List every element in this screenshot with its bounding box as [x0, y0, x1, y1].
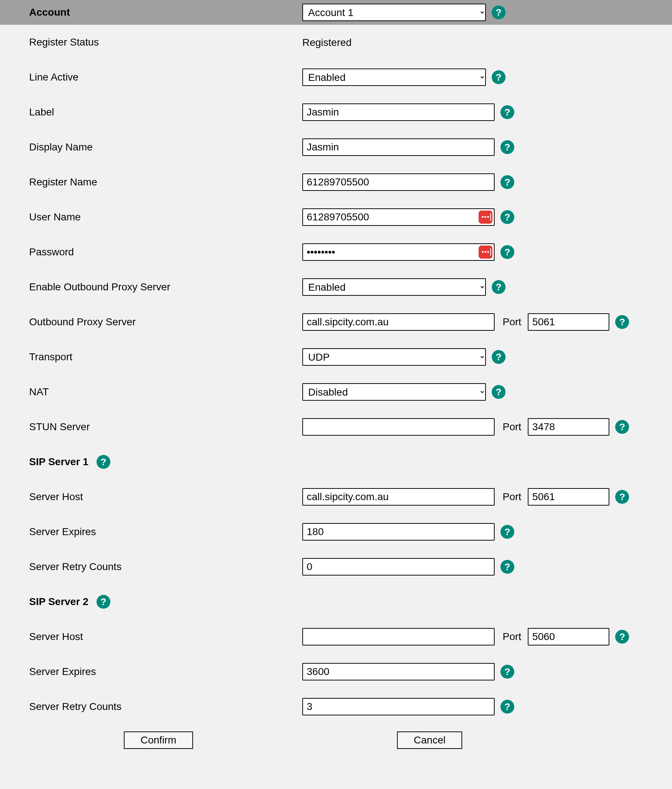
outbound-proxy-input[interactable] — [302, 313, 495, 331]
sip-server-1-section: SIP Server 1 — [0, 444, 672, 479]
display-name-input[interactable] — [302, 139, 495, 156]
display-name-row: Display Name — [0, 130, 672, 165]
sip2-port-input[interactable] — [528, 628, 609, 645]
transport-row: Transport UDP — [0, 340, 672, 374]
help-icon[interactable] — [500, 245, 514, 259]
sip-server-2-section: SIP Server 2 — [0, 584, 672, 619]
stun-port-label: Port — [503, 421, 521, 433]
user-name-row: User Name — [0, 200, 672, 235]
help-icon[interactable] — [615, 420, 629, 434]
help-icon[interactable] — [500, 105, 514, 119]
enable-outbound-proxy-label: Enable Outbound Proxy Server — [0, 281, 302, 293]
label-row: Label — [0, 95, 672, 130]
user-name-label: User Name — [0, 211, 302, 223]
register-status-row: Register Status Registered — [0, 25, 672, 60]
stun-row: STUN Server Port — [0, 409, 672, 444]
user-name-input[interactable] — [302, 208, 495, 226]
cancel-button[interactable]: Cancel — [397, 732, 462, 749]
label-input[interactable] — [302, 104, 495, 121]
help-icon[interactable] — [492, 70, 506, 84]
display-name-label: Display Name — [0, 141, 302, 153]
sip1-port-label: Port — [503, 491, 521, 503]
help-icon[interactable] — [97, 455, 110, 469]
outbound-proxy-label: Outbound Proxy Server — [0, 316, 302, 328]
outbound-proxy-row: Outbound Proxy Server Port — [0, 305, 672, 340]
transport-label: Transport — [0, 351, 302, 363]
help-icon[interactable] — [500, 175, 514, 189]
sip1-expires-row: Server Expires — [0, 514, 672, 549]
sip1-retry-input[interactable] — [302, 558, 495, 575]
help-icon[interactable] — [492, 5, 506, 19]
password-input[interactable] — [302, 243, 495, 261]
transport-select[interactable]: UDP — [302, 348, 486, 366]
register-name-input[interactable] — [302, 173, 495, 191]
stun-label: STUN Server — [0, 421, 302, 433]
buttons-row: Confirm Cancel — [0, 732, 672, 749]
sip1-host-input[interactable] — [302, 488, 495, 506]
sip2-host-input[interactable] — [302, 628, 495, 645]
register-status-value: Registered — [302, 36, 351, 48]
sip2-host-label: Server Host — [0, 631, 302, 642]
register-name-label: Register Name — [0, 176, 302, 188]
help-icon[interactable] — [97, 595, 110, 609]
help-icon[interactable] — [500, 525, 514, 539]
nat-row: NAT Disabled — [0, 374, 672, 409]
password-manager-icon[interactable] — [479, 246, 492, 259]
enable-outbound-proxy-row: Enable Outbound Proxy Server Enabled — [0, 270, 672, 305]
sip-server-1-title: SIP Server 1 — [29, 456, 88, 468]
label-label: Label — [0, 106, 302, 118]
help-icon[interactable] — [500, 140, 514, 154]
help-icon[interactable] — [492, 385, 506, 399]
sip2-host-row: Server Host Port — [0, 619, 672, 654]
help-icon[interactable] — [492, 350, 506, 364]
nat-label: NAT — [0, 386, 302, 398]
stun-input[interactable] — [302, 418, 495, 436]
sip1-port-input[interactable] — [528, 488, 609, 506]
stun-port-input[interactable] — [528, 418, 609, 436]
sip2-expires-row: Server Expires — [0, 654, 672, 689]
password-manager-icon[interactable] — [479, 211, 492, 224]
sip2-retry-label: Server Retry Counts — [0, 701, 302, 712]
sip2-expires-input[interactable] — [302, 663, 495, 680]
confirm-button[interactable]: Confirm — [124, 732, 193, 749]
register-name-row: Register Name — [0, 165, 672, 200]
help-icon[interactable] — [500, 700, 514, 714]
sip1-expires-input[interactable] — [302, 523, 495, 541]
sip2-expires-label: Server Expires — [0, 666, 302, 677]
account-header-row: Account Account 1 — [0, 0, 672, 25]
sip1-retry-row: Server Retry Counts — [0, 549, 672, 584]
password-row: Password — [0, 235, 672, 270]
help-icon[interactable] — [500, 560, 514, 574]
outbound-proxy-port-label: Port — [503, 316, 521, 328]
sip2-retry-row: Server Retry Counts — [0, 689, 672, 724]
sip1-retry-label: Server Retry Counts — [0, 561, 302, 573]
account-select[interactable]: Account 1 — [302, 4, 486, 21]
register-status-label: Register Status — [0, 37, 302, 48]
sip1-expires-label: Server Expires — [0, 526, 302, 538]
help-icon[interactable] — [615, 315, 629, 329]
help-icon[interactable] — [615, 490, 629, 504]
help-icon[interactable] — [500, 210, 514, 224]
line-active-select[interactable]: Enabled — [302, 69, 486, 86]
help-icon[interactable] — [500, 665, 514, 679]
line-active-label: Line Active — [0, 71, 302, 83]
sip-server-2-title: SIP Server 2 — [29, 596, 88, 608]
line-active-row: Line Active Enabled — [0, 60, 672, 95]
outbound-proxy-port-input[interactable] — [528, 313, 609, 331]
password-label: Password — [0, 246, 302, 258]
sip2-retry-input[interactable] — [302, 698, 495, 716]
sip2-port-label: Port — [503, 631, 521, 642]
enable-outbound-proxy-select[interactable]: Enabled — [302, 278, 486, 296]
sip1-host-label: Server Host — [0, 491, 302, 503]
account-header-label: Account — [0, 6, 302, 18]
help-icon[interactable] — [492, 280, 506, 294]
help-icon[interactable] — [615, 630, 629, 644]
sip1-host-row: Server Host Port — [0, 479, 672, 514]
nat-select[interactable]: Disabled — [302, 383, 486, 401]
